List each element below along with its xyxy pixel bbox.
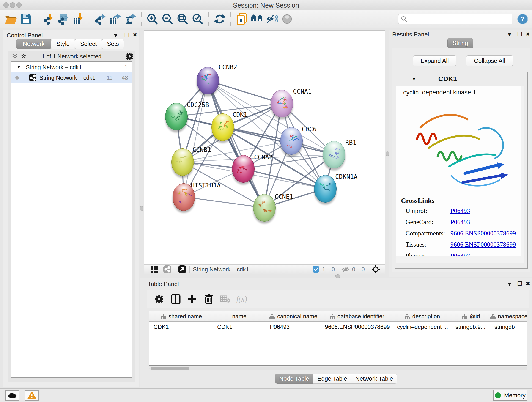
panel-menu-icon[interactable]: ▼ [113, 32, 119, 39]
tab-edge-table[interactable]: Edge Table [313, 374, 351, 384]
gear-icon[interactable] [151, 292, 167, 306]
crosslink-link[interactable]: P06493 [450, 218, 470, 226]
column-header-description[interactable]: description [393, 311, 451, 321]
collapse-all-button[interactable]: Collapse All [466, 56, 513, 66]
share-view-icon[interactable] [163, 265, 171, 274]
close-panel-icon[interactable]: ✖ [526, 281, 530, 287]
tab-node-table[interactable]: Node Table [275, 374, 313, 384]
panel-menu-icon[interactable]: ▼ [507, 281, 512, 287]
table-cell[interactable]: stringdb:9... [451, 322, 490, 332]
export-view-icon[interactable] [178, 265, 186, 274]
gear-icon[interactable] [126, 52, 134, 61]
protein-thumbnail-icon [271, 90, 293, 117]
table-cell[interactable]: stringdb [490, 322, 527, 332]
tab-string[interactable]: String [447, 38, 473, 48]
table-cell[interactable]: CDK1 [149, 322, 213, 332]
export-table-icon[interactable] [108, 12, 123, 26]
column-header-namespace[interactable]: namespace [490, 311, 527, 321]
close-panel-icon[interactable]: ✖ [133, 32, 137, 38]
tab-select[interactable]: Select [75, 39, 102, 49]
table-cell[interactable]: CDK1 [213, 322, 266, 332]
close-panel-icon[interactable]: ✖ [526, 31, 530, 37]
crosshair-icon[interactable] [371, 265, 380, 274]
selected-checkbox-icon[interactable] [312, 266, 319, 273]
network-collection-row[interactable]: ▼ String Network – cdk1 1 [11, 62, 132, 72]
zoom-selected-icon[interactable] [190, 12, 205, 26]
grid-view-icon[interactable] [151, 265, 158, 273]
float-panel-icon[interactable]: ❐ [517, 281, 522, 287]
table-cell[interactable]: P06493 [266, 322, 321, 332]
add-column-icon[interactable] [184, 292, 201, 306]
network-node-ccna1[interactable] [271, 90, 293, 117]
column-header-shared-name[interactable]: shared name [149, 311, 213, 321]
hide-selected-icon[interactable] [264, 12, 279, 26]
import-database-icon[interactable] [56, 12, 70, 26]
column-header-database-identifier[interactable]: database identifier [321, 311, 393, 321]
zoom-in-icon[interactable] [145, 12, 160, 26]
search-field[interactable] [408, 16, 512, 22]
network-node-ccna2[interactable] [232, 155, 254, 183]
node-result-header[interactable]: ▼ CDK1 [395, 72, 527, 85]
network-canvas[interactable]: CCNB2CCNA1CDC25BCDK1CDC6RB1CCNB1CCNA2CDK… [144, 31, 385, 264]
network-node-cdk1[interactable] [211, 114, 234, 141]
tab-sets[interactable]: Sets [102, 39, 124, 49]
table-cell[interactable]: cyclin–dependent ... [393, 322, 451, 332]
crosslink-link[interactable]: 9606.ENSP00000378699 [450, 241, 516, 248]
caret-down-icon[interactable]: ▼ [412, 76, 416, 82]
column-header-name[interactable]: name [213, 311, 266, 321]
network-node-cdc25b[interactable] [165, 103, 188, 130]
table-hscroll-thumb[interactable] [151, 367, 190, 370]
protein-thumbnail-icon [232, 155, 254, 182]
result-node-name: CDK1 [438, 75, 457, 83]
tab-network-table[interactable]: Network Table [351, 374, 397, 384]
network-node-cdc6[interactable] [280, 127, 303, 155]
split-columns-icon[interactable] [167, 292, 184, 306]
table-cell[interactable]: 9606.ENSP00000378699 [321, 322, 393, 332]
node-description: cyclin–dependent kinase 1 [403, 89, 476, 96]
zoom-out-icon[interactable] [160, 12, 175, 26]
search-icon [401, 16, 408, 22]
import-table-icon[interactable] [70, 12, 86, 26]
column-header-canonical-name[interactable]: canonical name [266, 311, 321, 321]
crosslink-link[interactable]: P06493 [450, 207, 470, 215]
network-node-ccnb2[interactable] [196, 67, 219, 95]
open-session-icon[interactable] [3, 12, 18, 26]
expand-all-button[interactable]: Expand All [413, 56, 456, 66]
clone-network-icon[interactable] [234, 12, 249, 26]
cloud-status-icon[interactable] [5, 390, 19, 401]
table-row[interactable]: CDK1CDK1P064939606.ENSP00000378699cyclin… [149, 322, 527, 332]
houses-icon[interactable] [249, 12, 264, 26]
caret-down-icon[interactable]: ▼ [17, 65, 21, 70]
tab-style[interactable]: Style [51, 39, 75, 49]
section-vscrollbar[interactable] [521, 86, 524, 256]
memory-button[interactable]: Memory [493, 390, 527, 401]
refresh-icon[interactable] [212, 12, 227, 26]
zoom-fit-icon[interactable] [175, 12, 190, 26]
save-session-icon[interactable] [18, 12, 33, 26]
network-node-ccnb1[interactable] [171, 148, 194, 176]
network-row[interactable]: String Network – cdk1 11 48 [11, 72, 132, 83]
left-splitter-handle[interactable] [140, 206, 143, 211]
bottom-splitter-handle[interactable] [335, 274, 340, 278]
network-node-cdkn1a[interactable] [314, 175, 336, 203]
section-hscrollbar[interactable] [396, 256, 524, 263]
table-hscrollbar[interactable] [149, 367, 527, 370]
network-node-rb1[interactable] [323, 141, 345, 168]
network-node-ccne1[interactable] [253, 194, 276, 222]
column-header--id[interactable]: @id [451, 311, 490, 321]
show-all-icon[interactable] [279, 12, 295, 26]
export-image-icon[interactable] [123, 12, 138, 26]
delete-column-icon[interactable] [201, 292, 217, 306]
float-panel-icon[interactable]: ❐ [517, 31, 522, 37]
table-panel-title: Table Panel [148, 281, 179, 288]
crosslink-link[interactable]: 9606.ENSP00000378699 [450, 230, 516, 237]
float-panel-icon[interactable]: ❐ [124, 32, 129, 38]
import-network-icon[interactable] [40, 12, 56, 26]
tab-network[interactable]: Network [16, 39, 51, 49]
protein-thumbnail-icon [323, 141, 345, 168]
search-input[interactable] [398, 14, 512, 24]
panel-menu-icon[interactable]: ▼ [507, 32, 512, 38]
export-network-icon[interactable] [93, 12, 108, 26]
warning-icon[interactable] [25, 390, 39, 401]
help-icon[interactable]: ? [517, 14, 528, 24]
